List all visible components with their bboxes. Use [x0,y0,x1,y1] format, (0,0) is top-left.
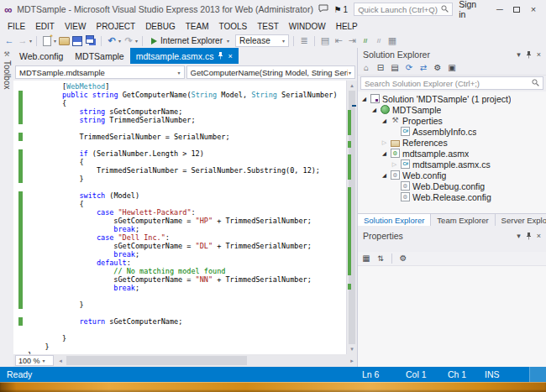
close-icon[interactable]: × [228,52,232,60]
categorized-icon[interactable] [360,253,372,264]
solution-search-input[interactable] [365,79,532,88]
expand-open-icon[interactable]: ◢ [381,118,388,124]
navigate-forward-icon[interactable]: ▾ [17,35,32,47]
menu-item-test[interactable]: TEST [252,20,284,33]
sign-in-link[interactable]: Sign in [459,0,486,19]
menu-item-team[interactable]: TEAM [181,20,214,33]
home-icon[interactable] [360,63,372,74]
menu-item-edit[interactable]: EDIT [30,20,60,33]
scroll-right-icon[interactable]: ▸ [347,354,357,367]
scroll-down-icon[interactable]: ▾ [347,344,357,354]
menu-item-view[interactable]: VIEW [60,20,92,33]
comment-selection-icon[interactable] [360,35,371,47]
undo-icon[interactable]: ▾ [106,35,121,47]
preview-icon[interactable] [446,63,458,74]
properties-titlebar[interactable]: Properties ▾ × [358,229,546,243]
panel-tab-team-explorer[interactable]: Team Explorer [431,214,495,226]
open-file-icon[interactable] [58,35,70,47]
scrollbar-thumb[interactable] [66,356,247,365]
member-dropdown[interactable]: GetComputerName(String Model, String Ser… [186,65,356,79]
tree-item-mdtsample-asmx[interactable]: ◢mdtsample.asmx [358,148,546,159]
pin-icon[interactable] [526,233,532,240]
panel-tab-solution-explorer[interactable]: Solution Explorer [358,214,431,226]
expand-open-icon[interactable]: ◢ [360,96,368,102]
menu-item-file[interactable]: FILE [3,20,30,33]
resize-grip[interactable] [529,367,546,382]
maximize-button[interactable] [508,2,525,17]
menu-item-project[interactable]: PROJECT [91,20,140,33]
solution-explorer-toolbar [358,61,546,76]
doc-tab-mdtsample-asmx-cs[interactable]: mdtsample.asmx.cs× [130,48,239,64]
editor-horizontal-scrollbar[interactable]: ◂ ▸ [55,354,357,367]
scroll-up-icon[interactable]: ▴ [347,81,357,91]
tree-item-solution-mdtsample-1-project[interactable]: ◢Solution 'MDTSample' (1 project) [358,93,546,104]
pin-icon[interactable] [526,51,532,59]
chevron-down-icon[interactable]: ▾ [517,50,521,59]
close-icon[interactable]: × [537,50,541,59]
pin-icon[interactable] [218,52,223,60]
sync-with-active-document-icon[interactable] [417,63,429,74]
refresh-icon[interactable] [403,63,415,74]
tree-item-mdtsample-asmx-cs[interactable]: ▷mdtsample.asmx.cs [358,159,546,170]
tree-item-assemblyinfo-cs[interactable]: AssemblyInfo.cs [358,126,546,137]
tree-item-web-debug-config[interactable]: Web.Debug.config [358,180,546,191]
close-button[interactable]: × [525,2,542,17]
titlebar[interactable]: ∞ MDTSample - Microsoft Visual Studio Ex… [0,0,546,18]
uncomment-selection-icon[interactable] [373,35,385,47]
properties-icon[interactable] [432,63,444,74]
scroll-left-icon[interactable]: ◂ [55,354,66,367]
doc-tab-mdtsample[interactable]: MDTSample [69,48,129,64]
close-icon[interactable]: × [537,232,541,240]
menu-item-window[interactable]: WINDOW [284,20,331,33]
save-icon[interactable] [71,35,83,47]
save-all-icon[interactable] [85,35,97,47]
notifications-button[interactable]: ⚑ 1 [334,5,349,14]
expand-closed-icon[interactable]: ▷ [391,161,398,168]
tree-item-web-release-config[interactable]: Web.Release.config [358,191,546,202]
solution-explorer-titlebar[interactable]: Solution Explorer ▾ × [358,48,546,61]
code-editor[interactable]: [WebMethod] public string GetComputerNam… [13,81,357,354]
expand-open-icon[interactable]: ◢ [381,172,388,179]
attach-to-process-icon[interactable] [298,35,310,47]
quick-launch-input[interactable] [358,5,441,14]
code-line: } [28,301,346,309]
zoom-select[interactable]: 100 % ▾ [15,355,54,366]
tree-item-references[interactable]: ▷References [358,137,546,148]
navigate-back-icon[interactable] [3,35,15,47]
alphabetical-icon[interactable] [375,253,386,264]
expand-open-icon[interactable]: ◢ [370,107,378,113]
tree-item-mdtsample[interactable]: ◢MDTSample [358,104,546,115]
code-line: sGetComputerName = "NN" + TrimmedSerialN… [28,275,346,284]
find-in-files-icon[interactable] [319,35,331,47]
chevron-down-icon[interactable]: ▾ [517,232,521,240]
expand-closed-icon[interactable]: ▷ [381,139,388,146]
solution-search-box[interactable] [360,76,543,90]
tree-item-web-config[interactable]: ◢Web.config [358,170,546,180]
solution-config-select[interactable]: Release ▾ [235,34,289,47]
start-debug-button[interactable]: Internet Explorer ▾ [147,36,234,45]
menu-item-tools[interactable]: TOOLS [213,20,252,33]
show-all-files-icon[interactable] [389,63,401,74]
quick-launch-box[interactable] [354,3,453,16]
solution-config-value: Release [239,36,278,45]
panel-tab-server-explorer[interactable]: Server Explorer [496,214,546,226]
editor-vertical-scrollbar[interactable]: ▴ ▾ [346,81,357,354]
menu-item-debug[interactable]: DEBUG [140,20,181,33]
redo-icon[interactable]: ▾ [123,35,138,47]
tree-item-properties[interactable]: ◢Properties [358,115,546,126]
doc-tab-web-config[interactable]: Web.config [13,48,69,64]
minimize-button[interactable]: ─ [491,2,508,17]
expand-open-icon[interactable]: ◢ [381,150,388,157]
code-content[interactable]: [WebMethod] public string GetComputerNam… [25,81,346,354]
code-token: (Model) [105,191,139,200]
property-pages-icon[interactable] [397,253,409,264]
collapse-all-icon[interactable] [375,63,386,74]
display-options-icon[interactable] [386,35,398,47]
type-dropdown[interactable]: MDTSample.mdtsample ▾ [15,65,185,79]
menu-item-help[interactable]: HELP [331,20,363,33]
decrease-indent-icon[interactable] [333,35,344,47]
toolbox-tab[interactable]: ⚒ Toolbox [0,48,13,367]
increase-indent-icon[interactable] [346,35,358,47]
new-file-icon[interactable]: ▾ [41,35,56,47]
feedback-icon[interactable] [318,4,328,14]
